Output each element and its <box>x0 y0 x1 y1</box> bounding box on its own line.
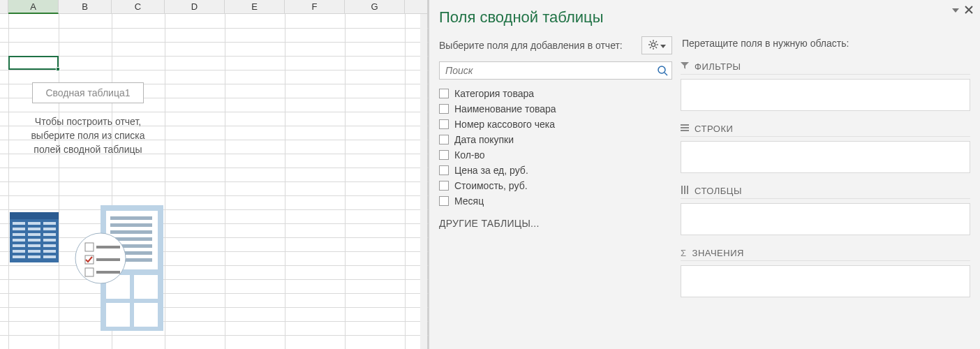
values-dropzone[interactable] <box>681 265 970 297</box>
pivot-illustration <box>10 205 163 338</box>
checkbox[interactable] <box>439 135 449 144</box>
filters-dropzone[interactable] <box>681 79 970 111</box>
gear-icon <box>648 40 658 52</box>
svg-point-43 <box>651 43 655 46</box>
search-icon[interactable] <box>653 65 671 76</box>
active-cell-selection[interactable] <box>8 56 59 70</box>
field-item[interactable]: Кол-во <box>439 149 669 161</box>
fill-handle[interactable] <box>56 67 60 71</box>
svg-rect-5 <box>13 228 25 230</box>
svg-rect-3 <box>28 222 40 225</box>
rows-area[interactable]: СТРОКИ <box>681 124 970 173</box>
svg-rect-57 <box>681 186 683 194</box>
svg-rect-27 <box>110 230 152 234</box>
svg-rect-35 <box>134 303 158 327</box>
field-item[interactable]: Номер кассового чека <box>439 119 669 130</box>
svg-rect-37 <box>85 243 94 251</box>
svg-rect-11 <box>13 239 25 242</box>
field-label: Стоимость, руб. <box>454 180 528 191</box>
columns-dropzone[interactable] <box>681 203 970 235</box>
pivot-placeholder: Сводная таблица1 Чтобы построить отчет, … <box>18 82 158 156</box>
pivot-hint-line3: полей сводной таблицы <box>18 142 158 156</box>
col-header-D[interactable]: D <box>165 0 225 13</box>
svg-rect-34 <box>106 303 130 327</box>
grid-cells[interactable]: Сводная таблица1 Чтобы построить отчет, … <box>0 14 429 349</box>
svg-rect-9 <box>28 233 40 236</box>
field-label: Месяц <box>454 195 484 207</box>
rows-label: СТРОКИ <box>695 124 733 134</box>
select-fields-label: Выберите поля для добавления в отчет: <box>439 40 623 51</box>
svg-rect-16 <box>43 244 56 247</box>
svg-rect-55 <box>681 127 689 128</box>
checkbox[interactable] <box>439 119 449 129</box>
field-item[interactable]: Стоимость, руб. <box>439 180 669 191</box>
svg-line-50 <box>655 41 657 43</box>
drag-hint: Перетащите поля в нужную область: <box>682 38 970 49</box>
svg-line-48 <box>650 41 651 43</box>
field-item[interactable]: Дата покупки <box>439 134 669 145</box>
close-icon[interactable] <box>965 6 973 16</box>
svg-rect-21 <box>28 255 40 258</box>
svg-rect-59 <box>687 186 688 194</box>
field-label: Номер кассового чека <box>454 119 555 130</box>
field-label: Наименование товара <box>454 103 556 114</box>
svg-rect-2 <box>13 222 25 225</box>
columns-label: СТОЛБЦЫ <box>695 186 742 196</box>
sigma-icon: Σ <box>681 248 687 258</box>
svg-rect-1 <box>10 212 59 219</box>
filters-area[interactable]: ФИЛЬТРЫ <box>681 61 970 111</box>
svg-rect-7 <box>43 228 56 230</box>
field-item[interactable]: Наименование товара <box>439 103 669 114</box>
col-header-A[interactable]: A <box>8 0 59 14</box>
pivot-fields-pane: Поля сводной таблицы Выберите поля для д… <box>429 0 980 349</box>
field-label: Категория товара <box>454 88 534 99</box>
pivot-hint-line1: Чтобы построить отчет, <box>18 114 158 128</box>
col-header-E[interactable]: E <box>225 0 285 13</box>
col-header-G[interactable]: G <box>345 0 405 13</box>
svg-rect-15 <box>28 244 40 247</box>
pane-dropdown-icon[interactable] <box>952 6 959 16</box>
worksheet-grid[interactable]: A B C D E F G <box>0 0 429 349</box>
values-label: ЗНАЧЕНИЯ <box>692 248 744 258</box>
col-header-C[interactable]: C <box>112 0 165 13</box>
field-item[interactable]: Цена за ед, руб. <box>439 165 669 176</box>
svg-rect-33 <box>134 275 158 299</box>
svg-rect-19 <box>43 250 56 253</box>
search-input[interactable] <box>440 65 653 76</box>
field-item[interactable]: Категория товара <box>439 88 669 99</box>
checkbox[interactable] <box>439 89 449 98</box>
field-item[interactable]: Месяц <box>439 195 669 207</box>
checkbox[interactable] <box>439 165 449 175</box>
svg-rect-54 <box>681 124 689 126</box>
svg-rect-8 <box>13 233 25 236</box>
svg-rect-25 <box>110 216 152 220</box>
svg-point-52 <box>658 66 665 73</box>
row-header-gutter <box>0 0 8 13</box>
columns-area[interactable]: СТОЛБЦЫ <box>681 186 970 235</box>
svg-rect-38 <box>96 246 120 248</box>
search-field[interactable] <box>439 61 672 80</box>
column-header-row: A B C D E F G <box>0 0 427 14</box>
pivot-placeholder-title: Сводная таблица1 <box>32 82 143 103</box>
svg-rect-40 <box>96 258 120 261</box>
vertical-scrollbar[interactable] <box>420 14 427 349</box>
rows-dropzone[interactable] <box>681 141 970 173</box>
svg-rect-6 <box>28 228 40 230</box>
checkbox[interactable] <box>439 150 449 160</box>
col-header-F[interactable]: F <box>285 0 345 13</box>
svg-line-51 <box>650 47 651 48</box>
col-header-B[interactable]: B <box>59 0 112 13</box>
svg-rect-17 <box>13 250 25 253</box>
checkbox[interactable] <box>439 196 449 206</box>
values-area[interactable]: Σ ЗНАЧЕНИЯ <box>681 248 970 297</box>
field-label: Цена за ед, руб. <box>454 165 528 176</box>
columns-icon <box>681 186 689 196</box>
checkbox[interactable] <box>439 181 449 191</box>
svg-rect-22 <box>43 255 56 258</box>
svg-line-53 <box>665 73 667 75</box>
checkbox[interactable] <box>439 104 449 114</box>
rows-icon <box>681 124 689 134</box>
other-tables-link[interactable]: ДРУГИЕ ТАБЛИЦЫ... <box>439 218 672 229</box>
svg-rect-20 <box>13 255 25 258</box>
layout-options-button[interactable] <box>641 36 672 54</box>
